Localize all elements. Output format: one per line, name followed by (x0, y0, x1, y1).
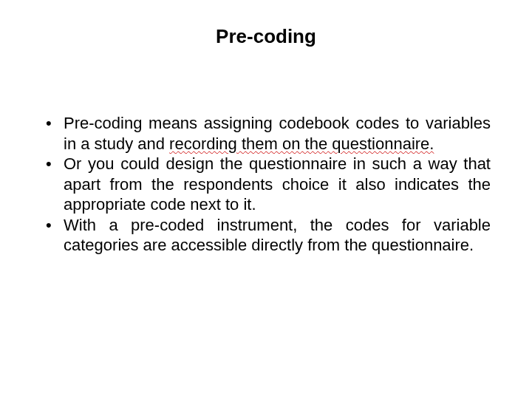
text-run: recording them on the questionnaire. (169, 134, 434, 153)
slide-body: Pre-coding means assigning codebook code… (35, 113, 497, 256)
list-item: Or you could design the questionnaire in… (41, 154, 491, 215)
bullet-list: Pre-coding means assigning codebook code… (35, 113, 497, 256)
list-item: With a pre-coded instrument, the codes f… (41, 215, 491, 256)
list-item: Pre-coding means assigning codebook code… (41, 113, 491, 154)
text-run: With a pre-coded instrument, the codes f… (64, 216, 491, 255)
slide-title: Pre-coding (35, 25, 497, 48)
text-run: Or you could design the questionnaire in… (64, 154, 491, 214)
slide: Pre-coding Pre-coding means assigning co… (0, 0, 532, 399)
